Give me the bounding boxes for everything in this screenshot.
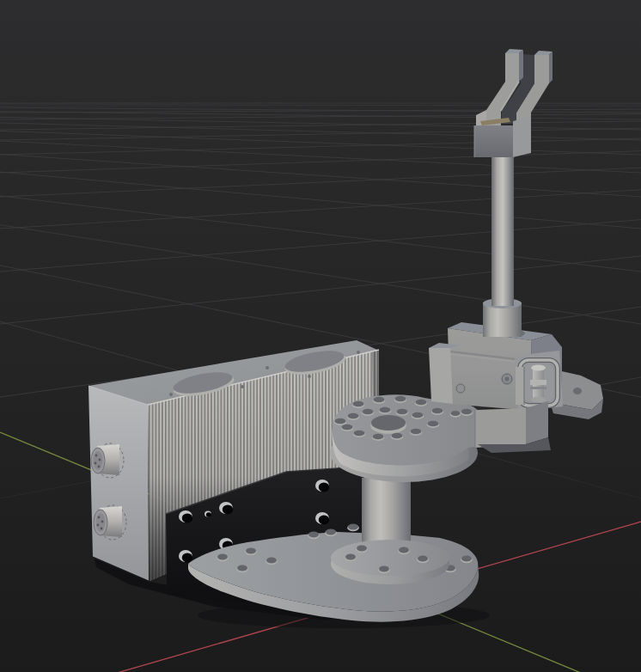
connector-plug-lower[interactable] — [94, 505, 126, 540]
connector-plug-upper[interactable] — [91, 443, 124, 478]
scene-canvas[interactable] — [0, 0, 641, 672]
turntable-boss[interactable] — [331, 540, 449, 584]
viewport-3d[interactable] — [0, 0, 641, 672]
